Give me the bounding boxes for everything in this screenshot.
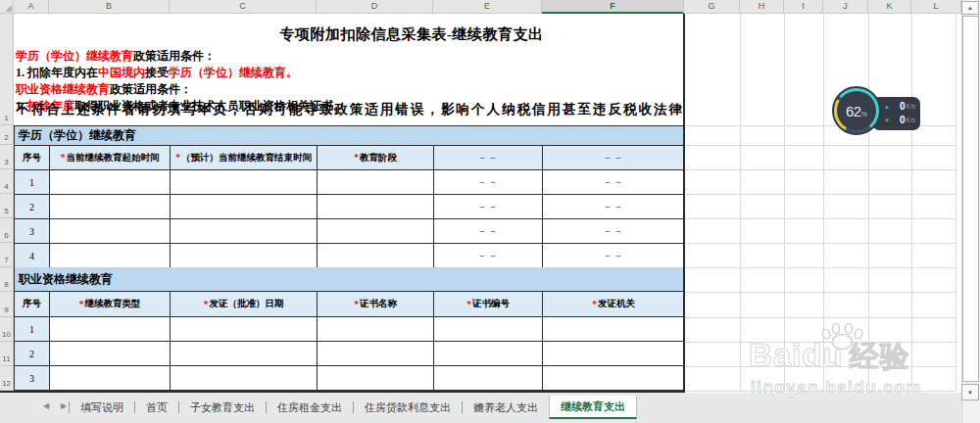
header-end-date[interactable]: *（预计）当前继续教育结束时间 <box>171 146 318 170</box>
input-cell[interactable] <box>171 244 318 268</box>
input-cell[interactable] <box>318 170 434 195</box>
input-cell[interactable] <box>171 317 318 342</box>
tab-child-education[interactable]: 子女教育支出 <box>179 396 266 419</box>
row-number[interactable]: 1 <box>15 317 50 342</box>
input-cell[interactable] <box>434 366 543 391</box>
tab-scroll-left-icon[interactable]: ◀ <box>43 401 49 410</box>
placeholder-cell[interactable]: －－ <box>543 244 685 268</box>
input-cell[interactable] <box>171 195 318 219</box>
input-cell[interactable] <box>50 244 171 268</box>
tab-continuing-education-active[interactable]: 继续教育支出 <box>549 396 637 419</box>
placeholder-cell[interactable]: －－ <box>543 219 685 244</box>
input-cell[interactable] <box>171 342 318 366</box>
tab-home[interactable]: 首页 <box>135 396 178 419</box>
header-certificate-name[interactable]: *证书名称 <box>318 292 434 317</box>
vscroll-up-button[interactable]: ▲ <box>961 1 979 15</box>
input-cell[interactable] <box>543 366 685 391</box>
vscroll-thumb[interactable] <box>962 16 979 382</box>
input-cell[interactable] <box>318 342 434 366</box>
input-cell[interactable] <box>50 366 171 391</box>
header-label: 证书编号 <box>472 298 510 310</box>
header-education-stage[interactable]: *教育阶段 <box>318 146 434 170</box>
input-cell[interactable] <box>50 195 171 219</box>
column-header-c[interactable]: C <box>170 0 317 14</box>
tab-fill-instructions[interactable]: 填写说明 <box>70 396 134 419</box>
header-label: 教育阶段 <box>360 152 397 164</box>
input-cell[interactable] <box>543 317 685 342</box>
input-cell[interactable] <box>434 342 543 366</box>
placeholder-cell[interactable]: －－ <box>434 219 543 244</box>
tab-mortgage-interest[interactable]: 住房贷款利息支出 <box>354 396 462 419</box>
header-placeholder[interactable]: －－ <box>434 146 543 170</box>
input-cell[interactable] <box>318 366 434 391</box>
input-cell[interactable] <box>318 244 434 268</box>
column-header-a[interactable]: A <box>14 0 49 14</box>
header-placeholder[interactable]: －－ <box>543 146 685 170</box>
section-header[interactable]: 学历（学位）继续教育 <box>15 126 685 146</box>
row-header-7[interactable]: 7 <box>0 243 14 267</box>
input-cell[interactable] <box>318 317 434 342</box>
column-header-j[interactable]: J <box>823 0 868 14</box>
header-seq[interactable]: 序号 <box>15 292 50 317</box>
row-header-5[interactable]: 5 <box>0 194 14 218</box>
column-header-h[interactable]: H <box>740 0 784 14</box>
placeholder-cell[interactable]: －－ <box>543 170 685 195</box>
row-number[interactable]: 3 <box>15 366 50 391</box>
progress-circle-widget[interactable]: 62 % <box>832 86 881 135</box>
tab-elderly-support[interactable]: 赡养老人支出 <box>463 396 549 419</box>
row-header-2[interactable]: 2 <box>0 125 14 145</box>
header-issuing-authority[interactable]: *发证机关 <box>543 292 685 317</box>
row-header-11[interactable]: 11 <box>0 342 14 366</box>
row-header-10[interactable]: 10 <box>0 317 14 342</box>
column-header-g[interactable]: G <box>684 0 740 14</box>
row-header-4[interactable]: 4 <box>0 169 14 194</box>
input-cell[interactable] <box>50 170 171 195</box>
header-start-date[interactable]: *当前继续教育起始时间 <box>50 146 171 170</box>
row-header-8[interactable]: 8 <box>0 267 14 292</box>
gridline <box>685 317 956 318</box>
upload-speed-unit: K/s <box>906 104 915 111</box>
header-certificate-number[interactable]: *证书编号 <box>434 292 543 317</box>
gridline <box>784 14 785 391</box>
row-number[interactable]: 3 <box>15 219 50 244</box>
column-header-f-selected[interactable]: F <box>542 0 684 14</box>
row-header-1[interactable]: 1 <box>0 14 14 125</box>
header-education-type[interactable]: *继续教育类型 <box>50 292 171 317</box>
row-number[interactable]: 2 <box>15 342 50 366</box>
column-header-e[interactable]: E <box>433 0 542 14</box>
placeholder-cell[interactable]: －－ <box>434 170 543 195</box>
input-cell[interactable] <box>318 219 434 244</box>
input-cell[interactable] <box>171 170 318 195</box>
select-all-corner[interactable] <box>0 0 14 14</box>
tab-housing-rent[interactable]: 住房租金支出 <box>267 396 353 419</box>
input-cell[interactable] <box>171 219 318 244</box>
row-header-3[interactable]: 3 <box>0 145 14 169</box>
row-header-12[interactable]: 12 <box>0 366 14 391</box>
input-cell[interactable] <box>50 317 171 342</box>
row-header-6[interactable]: 6 <box>0 218 14 243</box>
row-number[interactable]: 2 <box>15 195 50 219</box>
column-header-k[interactable]: K <box>868 0 911 14</box>
column-header-l[interactable]: L <box>911 0 961 14</box>
row-number[interactable]: 1 <box>15 170 50 195</box>
column-header-i[interactable]: I <box>784 0 823 14</box>
placeholder-cell[interactable]: －－ <box>434 244 543 268</box>
vscroll-down-button[interactable]: ▼ <box>961 384 979 400</box>
section-header[interactable]: 职业资格继续教育 <box>15 267 685 292</box>
tab-scroll-right-icon[interactable]: ▶ <box>61 401 67 410</box>
gridline <box>685 169 956 170</box>
input-cell[interactable] <box>171 366 318 391</box>
placeholder-cell[interactable]: －－ <box>543 195 685 219</box>
input-cell[interactable] <box>50 219 171 244</box>
header-seq[interactable]: 序号 <box>15 146 50 170</box>
column-header-b[interactable]: B <box>49 0 170 14</box>
input-cell[interactable] <box>543 342 685 366</box>
column-header-d[interactable]: D <box>317 0 433 14</box>
input-cell[interactable] <box>434 317 543 342</box>
placeholder-cell[interactable]: －－ <box>434 195 543 219</box>
input-cell[interactable] <box>50 342 171 366</box>
row-header-9[interactable]: 9 <box>0 292 14 317</box>
header-issue-date[interactable]: *发证（批准）日期 <box>171 292 318 317</box>
row-number[interactable]: 4 <box>15 244 50 268</box>
input-cell[interactable] <box>318 195 434 219</box>
